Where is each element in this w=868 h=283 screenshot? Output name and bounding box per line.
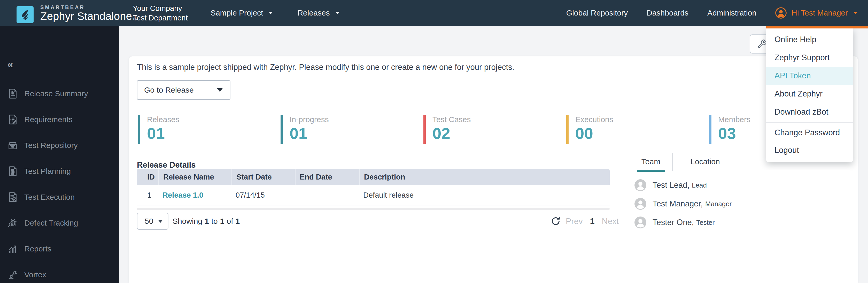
menu-item-online-help[interactable]: Online Help xyxy=(766,30,853,49)
product-name: Zephyr StandaloneSM xyxy=(40,10,138,25)
zephyr-app: SMARTBEAR Zephyr StandaloneSM Your Compa… xyxy=(0,0,868,283)
stat-bar xyxy=(281,115,283,144)
refresh-icon[interactable] xyxy=(550,216,561,227)
org-department: Test Department xyxy=(133,13,188,23)
list-item: Test Lead, Lead xyxy=(629,176,850,195)
stat-label: Test Cases xyxy=(432,115,471,124)
chevron-down-icon xyxy=(336,12,340,14)
pager: Prev 1 Next xyxy=(550,213,619,230)
menu-item-api-token[interactable]: API Token xyxy=(766,67,853,85)
menu-item-change-password[interactable]: Change Password xyxy=(766,122,853,141)
column-header-start-date[interactable]: Start Date xyxy=(231,169,295,185)
tab-location[interactable]: Location xyxy=(673,152,738,171)
stat-value: 03 xyxy=(718,125,750,142)
stat-releases: Releases01 xyxy=(138,115,179,144)
table-row: 1 Release 1.0 07/14/15 Default release xyxy=(137,185,610,205)
stat-bar xyxy=(424,115,426,144)
sidebar-item-requirements[interactable]: Requirements xyxy=(0,107,119,133)
stat-in-progress: In-progress01 xyxy=(281,115,329,144)
document-chart-icon xyxy=(7,88,19,100)
member-role: Manager xyxy=(705,200,732,208)
page-size-value: 50 xyxy=(145,217,158,226)
sidebar-item-label: Test Repository xyxy=(24,141,78,150)
member-name: Tester One, xyxy=(653,218,694,227)
sidebar-item-label: Release Summary xyxy=(24,89,88,98)
showing-summary: Showing1to1of1 xyxy=(173,213,240,230)
menu-item-about-zephyr[interactable]: About Zephyr xyxy=(766,85,853,103)
sidebar-menu: Release Summary Requirements Test Reposi… xyxy=(0,81,119,283)
current-page-number[interactable]: 1 xyxy=(590,217,595,226)
chevron-down-icon xyxy=(854,12,858,14)
stat-value: 01 xyxy=(147,125,179,142)
sidebar-item-label: Test Execution xyxy=(24,193,75,201)
sidebar-item-vortex[interactable]: Vortex xyxy=(0,262,119,283)
stat-label: Members xyxy=(718,115,750,124)
team-member-list: Test Lead, Lead Test Manager, Manager Te… xyxy=(629,176,850,232)
chevron-down-icon xyxy=(158,220,163,223)
column-header-end-date[interactable]: End Date xyxy=(295,169,359,185)
member-name: Test Lead, xyxy=(653,180,689,190)
stat-bar xyxy=(566,115,568,144)
archive-box-icon xyxy=(7,139,19,151)
releases-dropdown[interactable]: Releases xyxy=(297,8,339,17)
nav-right: Global Repository Dashboards Administrat… xyxy=(566,0,858,26)
go-to-release-select[interactable]: Go to Release xyxy=(137,80,230,100)
menu-item-download-zbot[interactable]: Download zBot xyxy=(766,103,853,121)
table-horizontal-scrollbar[interactable] xyxy=(137,208,610,210)
document-plan-icon xyxy=(7,165,19,177)
column-header-release-name[interactable]: Release Name xyxy=(158,169,231,185)
stat-members: Members03 xyxy=(709,115,750,144)
column-header-id[interactable]: ID xyxy=(137,169,158,185)
chevron-down-icon xyxy=(269,12,273,14)
nav-administration[interactable]: Administration xyxy=(707,8,756,17)
sidebar-item-reports[interactable]: Reports xyxy=(0,236,119,262)
release-link[interactable]: Release 1.0 xyxy=(158,185,231,205)
sidebar-item-label: Defect Tracking xyxy=(24,219,78,227)
menu-item-logout[interactable]: Logout xyxy=(766,141,853,159)
member-role: Lead xyxy=(692,181,707,189)
project-dropdown[interactable]: Sample Project xyxy=(211,8,273,17)
robot-arm-icon xyxy=(7,269,19,281)
member-name: Test Manager, xyxy=(653,199,703,208)
tabs-separator xyxy=(629,171,850,171)
document-edit-icon xyxy=(7,114,19,125)
sidebar-item-label: Test Planning xyxy=(24,167,71,176)
member-avatar xyxy=(634,216,647,229)
go-to-release-label: Go to Release xyxy=(144,86,217,94)
stat-label: Releases xyxy=(147,115,179,124)
smartbear-label: SMARTBEAR xyxy=(40,4,138,10)
user-greeting: Hi Test Manager xyxy=(792,8,848,17)
nav-global-repository[interactable]: Global Repository xyxy=(566,8,628,17)
sidebar-item-test-execution[interactable]: Test Execution xyxy=(0,184,119,210)
page-size-select[interactable]: 50 xyxy=(137,213,168,230)
stat-label: Executions xyxy=(575,115,613,124)
sidebar-item-test-planning[interactable]: Test Planning xyxy=(0,158,119,184)
sidebar-item-label: Vortex xyxy=(24,270,46,279)
column-header-description[interactable]: Description xyxy=(359,169,610,185)
nav-center: Sample Project Releases xyxy=(211,0,340,26)
sidebar-item-release-summary[interactable]: Release Summary xyxy=(0,81,119,107)
nav-dashboards[interactable]: Dashboards xyxy=(647,8,688,17)
brand-logo[interactable]: SMARTBEAR Zephyr StandaloneSM xyxy=(17,4,138,25)
cell-end-date xyxy=(295,185,359,205)
sidebar-item-label: Reports xyxy=(24,245,52,253)
prev-page-button[interactable]: Prev xyxy=(566,217,583,226)
next-page-button[interactable]: Next xyxy=(602,217,619,226)
cell-start-date: 07/14/15 xyxy=(231,185,295,205)
sidebar-collapse-button[interactable]: « xyxy=(7,59,13,70)
sidebar-item-test-repository[interactable]: Test Repository xyxy=(0,133,119,158)
release-details-title: Release Details xyxy=(137,160,195,170)
zephyr-feather-icon xyxy=(17,6,34,23)
cell-id: 1 xyxy=(137,185,158,205)
list-item: Test Manager, Manager xyxy=(629,195,850,213)
user-menu-trigger[interactable]: Hi Test Manager xyxy=(775,7,858,19)
menu-item-zephyr-support[interactable]: Zephyr Support xyxy=(766,49,853,67)
sidebar-item-defect-tracking[interactable]: Defect Tracking xyxy=(0,210,119,236)
stat-test-cases: Test Cases02 xyxy=(424,115,471,144)
chevron-down-icon xyxy=(217,88,223,92)
stat-value: 01 xyxy=(289,125,329,142)
bar-chart-trend-icon xyxy=(7,243,19,255)
tab-team[interactable]: Team xyxy=(629,152,672,171)
stat-label: In-progress xyxy=(289,115,329,124)
top-nav: SMARTBEAR Zephyr StandaloneSM Your Compa… xyxy=(0,0,868,26)
